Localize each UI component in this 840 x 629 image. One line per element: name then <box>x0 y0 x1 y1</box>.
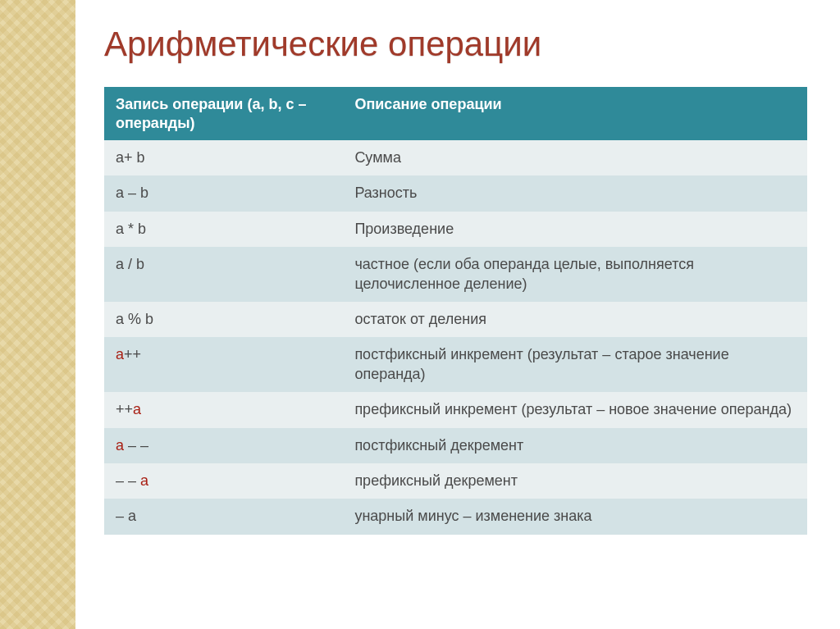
table-row: – – a префиксный декремент <box>104 463 807 499</box>
table-row: a – – постфиксный декремент <box>104 428 807 463</box>
cell-notation: – a <box>104 499 343 534</box>
table-header-row: Запись операции (a, b, c – операнды) Опи… <box>104 87 807 140</box>
table-row: a++ постфиксный инкремент (результат – с… <box>104 337 807 392</box>
table-row: a % b остаток от деления <box>104 302 807 337</box>
cell-description: префиксный инкремент (результат – новое … <box>343 392 807 427</box>
cell-description: Произведение <box>343 212 807 247</box>
cell-description: остаток от деления <box>343 302 807 337</box>
cell-notation: a++ <box>104 337 343 392</box>
table-row: a / b частное (если оба операнда целые, … <box>104 247 807 302</box>
cell-notation: a / b <box>104 247 343 302</box>
cell-notation: – – a <box>104 463 343 499</box>
cell-notation: ++a <box>104 392 343 427</box>
cell-description: Сумма <box>343 140 807 175</box>
cell-description: унарный минус – изменение знака <box>343 499 807 534</box>
slide-title: Арифметические операции <box>104 25 807 64</box>
cell-description: постфиксный инкремент (результат – старо… <box>343 337 807 392</box>
cell-notation: a+ b <box>104 140 343 175</box>
cell-notation: a – – <box>104 428 343 463</box>
operations-table: Запись операции (a, b, c – операнды) Опи… <box>104 87 807 535</box>
decorative-border <box>0 0 75 629</box>
cell-description: частное (если оба операнда целые, выполн… <box>343 247 807 302</box>
table-row: – a унарный минус – изменение знака <box>104 499 807 534</box>
table-row: a – b Разность <box>104 175 807 211</box>
header-text: Запись операции (a, b, c – <box>116 96 306 112</box>
table-row: a+ b Сумма <box>104 140 807 175</box>
table-row: ++a префиксный инкремент (результат – но… <box>104 392 807 427</box>
cell-notation: a – b <box>104 175 343 211</box>
header-col-notation: Запись операции (a, b, c – операнды) <box>104 87 343 140</box>
cell-description: Разность <box>343 175 807 211</box>
cell-description: префиксный декремент <box>343 463 807 499</box>
header-text: операнды) <box>116 115 195 131</box>
slide-content: Арифметические операции Запись операции … <box>75 0 840 629</box>
cell-description: постфиксный декремент <box>343 428 807 463</box>
cell-notation: a * b <box>104 212 343 247</box>
cell-notation: a % b <box>104 302 343 337</box>
header-col-description: Описание операции <box>343 87 807 140</box>
table-row: a * b Произведение <box>104 212 807 247</box>
